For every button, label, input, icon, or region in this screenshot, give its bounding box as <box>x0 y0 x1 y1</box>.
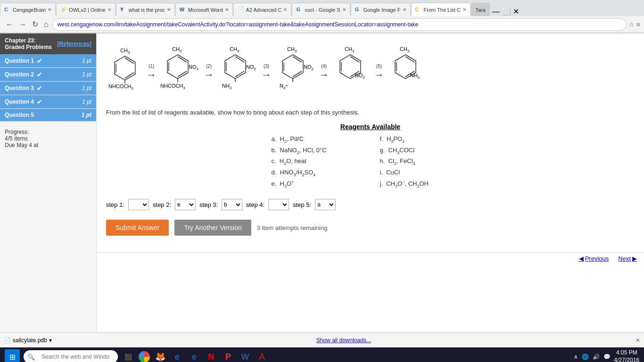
progress-items: 4/5 items <box>5 135 91 142</box>
close-download-bar[interactable]: ✕ <box>636 337 640 344</box>
tab-close-a2[interactable]: ✕ <box>283 7 287 12</box>
step3-label: step 3: <box>199 201 218 208</box>
q4-label: Question 4 <box>5 99 34 105</box>
svg-text:CH3: CH3 <box>172 46 182 53</box>
try-another-button[interactable]: Try Another Version <box>174 220 251 236</box>
network-icon[interactable]: 🌐 <box>582 354 589 360</box>
tab-title-word: Microsoft Word <box>188 7 223 13</box>
taskbar-word-icon[interactable]: W <box>239 350 252 362</box>
chevron-down-icon[interactable]: ▾ <box>49 337 52 344</box>
tab-close-google1[interactable]: ✕ <box>342 7 346 12</box>
molecule-3-svg: CH3 NO2 NH2 <box>216 45 259 99</box>
system-tray-up-icon[interactable]: ∧ <box>574 354 578 360</box>
taskbar-n-icon[interactable]: N <box>205 350 218 362</box>
reagent-h: h. Cl2, FeCl3 <box>380 156 470 167</box>
back-button[interactable]: ← <box>4 19 15 30</box>
volume-icon[interactable]: 🔊 <box>593 354 600 360</box>
q4-pts: 1 pt <box>82 99 91 105</box>
sidebar-item-q2[interactable]: Question 2 ✔ 1 pt <box>0 68 96 82</box>
tab-favicon-yahoo: Y <box>120 7 127 13</box>
tab-title-google2: Google Image F <box>363 7 401 13</box>
sidebar-item-q4[interactable]: Question 4 ✔ 1 pt <box>0 95 96 109</box>
reagent-d: d. HNO3/H2SO4 <box>272 168 361 178</box>
svg-text:NHCOCH3: NHCOCH3 <box>108 83 133 90</box>
q1-label: Question 1 <box>5 58 34 64</box>
compound-1: CH3 NHCOCH3 <box>106 47 144 99</box>
taskbar-multitask-icon[interactable]: ⬛ <box>122 350 135 362</box>
tab-yahoo[interactable]: Y what is the proc ✕ <box>116 3 175 16</box>
address-bar[interactable] <box>52 18 627 31</box>
taskbar-chrome-icon[interactable] <box>139 351 150 362</box>
tab-title-yahoo: what is the proc <box>129 7 165 13</box>
bookmark-button[interactable]: ☆ <box>628 21 635 28</box>
tab-google2[interactable]: G Google Image F ✕ <box>351 3 411 16</box>
previous-link[interactable]: ◀ Previous <box>579 255 609 262</box>
progress-section: Progress: 4/5 items Due May 4 at <box>0 122 96 156</box>
step1-label: step 1: <box>106 201 124 208</box>
nav-bottom: ◀ Previous Next ▶ <box>97 252 644 264</box>
svg-marker-24 <box>282 55 303 79</box>
molecule-4-svg: CH3 NO2 N2+ <box>274 45 316 99</box>
taskbar-ie-icon[interactable]: e <box>171 350 184 362</box>
taskbar-acrobat-icon[interactable]: A <box>256 350 269 362</box>
step5-label: step 5: <box>293 201 311 208</box>
tab-title-fromlist: From The List C <box>424 7 461 13</box>
sidebar-item-q1[interactable]: Question 1 ✔ 1 pt <box>0 54 96 68</box>
q5-label: Question 5 <box>5 112 34 118</box>
chapter-title: Chapter 23: Graded Problems <box>5 37 57 50</box>
date-display: 4/27/2016 <box>614 357 639 362</box>
references-link[interactable]: [References] <box>57 41 91 47</box>
svg-text:NHCOCH3: NHCOCH3 <box>160 83 185 90</box>
step2-select[interactable]: a b c d e f g h i j <box>175 199 196 210</box>
compound-3: CH3 NO2 NH2 <box>216 45 259 99</box>
minimize-btn[interactable]: — <box>492 8 500 16</box>
tab-close-word[interactable]: ✕ <box>225 7 229 12</box>
tab-tara[interactable]: Tara <box>471 3 489 16</box>
show-downloads-link[interactable]: Show all downloads... <box>316 337 371 344</box>
tab-close-yahoo[interactable]: ✕ <box>167 7 171 12</box>
taskbar-edge-icon[interactable]: e <box>188 350 201 362</box>
windows-button[interactable]: ⊞ <box>5 349 20 362</box>
sidebar-item-q5[interactable]: Question 5 1 pt <box>0 109 96 122</box>
tab-title-tara: Tara <box>475 7 485 13</box>
next-link[interactable]: Next ▶ <box>618 255 637 262</box>
svg-text:NO2: NO2 <box>246 64 256 71</box>
tab-close-fromlist[interactable]: ✕ <box>462 7 466 12</box>
svg-text:NO2: NO2 <box>355 73 365 80</box>
forward-button[interactable]: → <box>17 19 28 30</box>
tab-google1[interactable]: G cucl - Google S ✕ <box>292 3 350 16</box>
menu-button[interactable]: ≡ <box>636 21 640 28</box>
notification-icon[interactable]: 💬 <box>603 354 611 360</box>
tab-word[interactable]: W Microsoft Word ✕ <box>175 3 233 16</box>
step5-select[interactable]: a b c d e f g h i j <box>315 199 336 210</box>
tab-a2[interactable]: 📄 A2 Advanced C ✕ <box>233 3 292 16</box>
taskbar-ppt-icon[interactable]: P <box>222 350 235 362</box>
submit-button[interactable]: Submit Answer <box>106 220 169 236</box>
reagent-a: a. H2, Pd/C <box>272 134 361 145</box>
tab-close-owlv2[interactable]: ✕ <box>107 7 111 12</box>
steps-row: step 1: a b c d e f g h i j step 2: <box>106 199 635 210</box>
refresh-button[interactable]: ↻ <box>30 19 40 30</box>
tab-favicon-google1: G <box>296 7 303 13</box>
tab-fromlist[interactable]: C From The List C ✕ <box>411 3 471 16</box>
step1-select[interactable]: a b c d e f g h i j <box>128 199 149 210</box>
sidebar-item-q3[interactable]: Question 3 ✔ 1 pt <box>0 82 96 95</box>
molecule-1-svg: CH3 NHCOCH3 <box>106 47 144 99</box>
taskbar-search-input[interactable] <box>38 350 113 362</box>
restore-btn[interactable]: ⬜ <box>502 7 511 16</box>
svg-text:CH3: CH3 <box>400 46 410 53</box>
taskbar-firefox-icon[interactable]: 🦊 <box>154 350 167 362</box>
sidebar: Chapter 23: Graded Problems [References]… <box>0 33 97 332</box>
tab-close-cengagebrain[interactable]: ✕ <box>48 7 51 12</box>
step3-select[interactable]: a b c d e f g h i j <box>222 199 242 210</box>
tab-cengagebrain[interactable]: C CengageBrain ✕ <box>0 3 56 16</box>
q3-check: ✔ <box>37 84 42 92</box>
tab-owlv2[interactable]: ⚡ OWLv2 | Online ✕ <box>56 3 115 16</box>
close-btn[interactable]: ✕ <box>513 7 519 16</box>
tab-title-owlv2: OWLv2 | Online <box>69 7 105 13</box>
content-area: CH3 NHCOCH3 (1) → <box>97 33 644 332</box>
tab-close-google2[interactable]: ✕ <box>403 7 406 12</box>
svg-marker-1 <box>115 56 135 80</box>
step4-select[interactable]: a b c d e f g h i j <box>268 199 289 210</box>
home-button[interactable]: ⌂ <box>42 19 50 30</box>
